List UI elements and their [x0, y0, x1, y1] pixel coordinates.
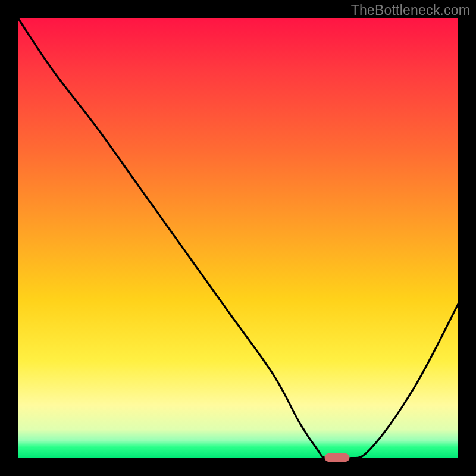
- watermark-text: TheBottleneck.com: [351, 2, 470, 18]
- chart-overlay: [18, 18, 458, 458]
- optimum-marker-pill: [325, 453, 350, 462]
- chart-frame: TheBottleneck.com: [0, 0, 476, 476]
- bottleneck-curve: [18, 18, 458, 459]
